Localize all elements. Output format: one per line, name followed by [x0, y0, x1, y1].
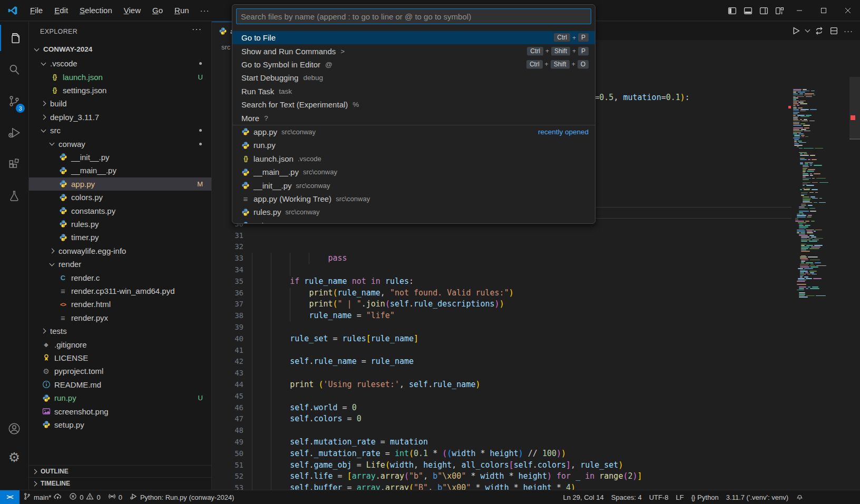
quick-open-command-more[interactable]: More? — [232, 111, 595, 124]
toggle-primary-sidebar-button[interactable] — [724, 0, 740, 21]
scrollbar-thumb[interactable] — [849, 77, 860, 140]
explorer-more-actions-button[interactable]: ··· — [192, 25, 202, 34]
menu-more-button[interactable]: ··· — [195, 6, 215, 15]
branch-item[interactable]: main* — [19, 490, 65, 504]
settings-gear-icon[interactable]: ⚙ — [0, 444, 28, 470]
encoding[interactable]: UTF-8 — [646, 493, 672, 501]
minimap-line — [793, 97, 798, 98]
tree-item-conwaylife.egg-info[interactable]: conwaylife.egg-info — [29, 244, 211, 258]
eol-indicator[interactable]: LF — [672, 493, 687, 501]
split-editor-button[interactable] — [826, 24, 841, 38]
quick-open-file-launch.json[interactable]: {}launch.json.vscode — [232, 152, 595, 165]
tree-item-timer.py[interactable]: timer.py — [29, 231, 211, 244]
tree-item-LICENSE[interactable]: LICENSE — [29, 351, 211, 364]
problems-item[interactable]: 00 — [65, 490, 104, 504]
quick-open-command-go-to-symbol-in-editor[interactable]: Go to Symbol in Editor@Ctrl+Shift+O — [232, 58, 595, 71]
activity-testing-icon[interactable] — [0, 183, 28, 209]
tree-item-launch.json[interactable]: {}launch.jsonU — [29, 70, 211, 83]
maximize-button[interactable] — [812, 0, 836, 21]
quick-open-file-run.py[interactable]: run.py — [232, 139, 595, 152]
workspace-root-folder[interactable]: CONWAY-2024 — [29, 43, 211, 56]
tree-item-.gitignore[interactable]: ◆.gitignore — [29, 338, 211, 351]
tree-item-tests[interactable]: tests — [29, 324, 211, 338]
tree-item-src[interactable]: src — [29, 124, 211, 137]
quick-open-file-app.py[interactable]: app.pysrc\conwayrecently opened — [232, 125, 595, 139]
quick-open-input[interactable] — [236, 8, 591, 24]
tree-item-colors.py[interactable]: colors.py — [29, 191, 211, 204]
tree-item-pyproject.toml[interactable]: ⚙pyproject.toml — [29, 364, 211, 378]
tree-item-render.c[interactable]: Crender.c — [29, 271, 211, 284]
toggle-secondary-sidebar-button[interactable] — [756, 0, 771, 21]
menu-view[interactable]: View — [118, 3, 146, 17]
menu-run[interactable]: Run — [169, 3, 195, 17]
tree-item-render[interactable]: render — [29, 258, 211, 271]
quick-open-command-run-task[interactable]: Run Tasktask — [232, 85, 595, 98]
activity-run-debug-icon[interactable] — [0, 120, 28, 146]
tree-item-screenshot.png[interactable]: screenshot.png — [29, 404, 211, 418]
quick-open-file--init-.py[interactable]: __init__.pysrc\conway — [232, 179, 595, 192]
quick-open-command-start-debugging[interactable]: Start Debuggingdebug — [232, 71, 595, 84]
section-timeline[interactable]: TIMELINE — [29, 477, 211, 489]
activity-search-icon[interactable] — [0, 56, 28, 83]
debug-target-item[interactable]: Python: Run.py (conway-2024) — [126, 490, 238, 504]
ports-item[interactable]: 0 — [104, 490, 126, 504]
quick-open-file-rules.py[interactable]: rules.pysrc\conway — [232, 205, 595, 219]
quick-open-command-show-and-run-commands[interactable]: Show and Run Commands>Ctrl+Shift+P — [232, 44, 595, 57]
section-outline[interactable]: OUTLINE — [29, 465, 211, 477]
minimap-line — [814, 238, 823, 239]
line-number: 31 — [212, 230, 243, 242]
quick-open-file-colors.py[interactable]: colors.pysrc\conway — [232, 219, 595, 224]
scrollbar[interactable] — [849, 54, 860, 490]
tree-item-render.cp311-win_amd64.pyd[interactable]: ≡render.cp311-win_amd64.pyd — [29, 284, 211, 298]
tree-item-conway[interactable]: conway — [29, 137, 211, 150]
quick-open-file-app.py-working-tree-[interactable]: ≡app.py (Working Tree)src\conway — [232, 192, 595, 205]
language-mode[interactable]: {}Python — [688, 493, 722, 501]
indentation[interactable]: Spaces: 4 — [608, 493, 646, 501]
tree-item-render.html[interactable]: <>render.html — [29, 298, 211, 311]
minimap[interactable] — [791, 54, 823, 490]
activity-source-control-icon[interactable]: 3 — [0, 88, 28, 114]
toggle-panel-button[interactable] — [740, 0, 756, 21]
line-number: 34 — [212, 264, 243, 276]
minimize-button[interactable] — [787, 0, 812, 21]
command-hint: > — [340, 47, 345, 55]
accounts-icon[interactable] — [0, 416, 28, 442]
breadcrumb-item-src[interactable]: src — [221, 43, 230, 51]
quick-open-file--main-.py[interactable]: __main__.pysrc\conway — [232, 165, 595, 179]
menu-go[interactable]: Go — [146, 3, 169, 17]
tree-item-README.md[interactable]: README.md — [29, 378, 211, 391]
menu-selection[interactable]: Selection — [74, 3, 118, 17]
notifications-bell[interactable] — [792, 492, 807, 502]
cursor-position[interactable]: Ln 29, Col 14 — [559, 493, 607, 501]
python-interpreter[interactable]: 3.11.7 ('.venv': venv) — [722, 493, 792, 501]
warning-icon — [86, 492, 94, 502]
tree-item-app.py[interactable]: app.pyM — [29, 177, 211, 191]
bell-icon — [796, 492, 804, 502]
tree-item-build[interactable]: build — [29, 97, 211, 110]
quick-open-command-search-for-text-experimental-[interactable]: Search for Text (Experimental)% — [232, 98, 595, 111]
code-text: print ('Using ruleset:', self.rule_name) — [252, 379, 481, 391]
tree-item-__main__.py[interactable]: __main__.py — [29, 164, 211, 177]
html-icon: <> — [58, 300, 67, 309]
remote-indicator[interactable]: >< — [0, 490, 19, 504]
tree-item-__init__.py[interactable]: __init__.py — [29, 151, 211, 164]
more-editor-actions-button[interactable]: ··· — [841, 24, 856, 38]
tree-item-rules.py[interactable]: rules.py — [29, 218, 211, 231]
tree-item-run.py[interactable]: run.pyU — [29, 391, 211, 404]
menu-file[interactable]: File — [24, 3, 48, 17]
tree-item-.vscode[interactable]: .vscode — [29, 57, 211, 70]
run-dropdown-button[interactable] — [803, 24, 812, 38]
tree-item-constants.py[interactable]: constants.py — [29, 204, 211, 217]
tree-item-settings.json[interactable]: {}settings.json — [29, 84, 211, 97]
activity-extensions-icon[interactable] — [0, 151, 28, 177]
tree-item-render.pyx[interactable]: ≡render.pyx — [29, 311, 211, 324]
tree-item-setup.py[interactable]: setup.py — [29, 418, 211, 431]
customize-layout-button[interactable] — [771, 0, 787, 21]
close-button[interactable] — [836, 0, 860, 21]
tree-item-deploy_3.11.7[interactable]: deploy_3.11.7 — [29, 111, 211, 124]
run-python-file-button[interactable] — [788, 24, 803, 38]
menu-edit[interactable]: Edit — [48, 3, 74, 17]
quick-open-command-go-to-file[interactable]: Go to FileCtrl+P — [232, 31, 595, 44]
activity-explorer-icon[interactable] — [0, 25, 28, 51]
open-changes-icon[interactable] — [812, 24, 826, 38]
